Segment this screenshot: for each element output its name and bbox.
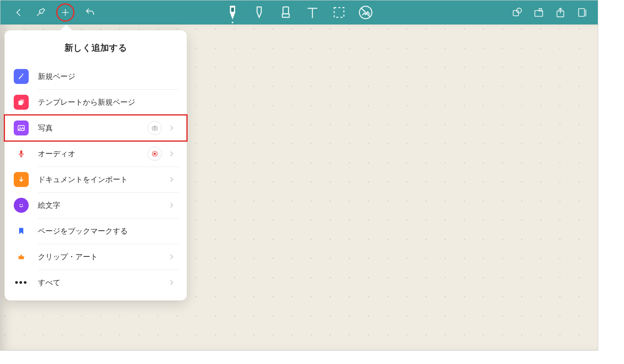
template-icon <box>14 95 29 110</box>
menu-item-label: クリップ・アート <box>38 252 168 262</box>
plus-icon[interactable] <box>60 7 70 17</box>
record-badge-icon[interactable] <box>148 147 162 161</box>
svg-line-20 <box>19 76 22 79</box>
chevron-right-icon <box>168 176 175 183</box>
svg-point-34 <box>22 204 23 205</box>
undo-icon[interactable] <box>84 7 96 18</box>
menu-item-label: ドキュメントをインポート <box>38 175 168 184</box>
menu-item-emoji[interactable]: 絵文字 <box>12 192 179 218</box>
menu-item-label: 絵文字 <box>38 200 168 210</box>
svg-point-33 <box>20 204 21 205</box>
svg-rect-6 <box>282 14 290 17</box>
add-popover: 新しく追加する 新規ページ テンプレートから新規ページ 写真 <box>5 30 187 300</box>
popover-title: 新しく追加する <box>5 30 187 64</box>
back-icon[interactable] <box>13 7 25 18</box>
microphone-icon <box>14 146 29 161</box>
ellipsis-icon: ••• <box>14 275 29 290</box>
menu-item-photo[interactable]: 写真 <box>5 115 187 141</box>
menu-item-label: 写真 <box>38 123 148 133</box>
svg-point-31 <box>154 153 156 155</box>
svg-rect-5 <box>283 7 288 14</box>
toolbar-center-group <box>224 4 374 21</box>
highlighter-tool-icon[interactable] <box>251 4 267 21</box>
bookmark-icon <box>14 224 29 239</box>
menu-item-clip-art[interactable]: クリップ・アート <box>12 244 179 270</box>
svg-rect-9 <box>334 7 344 17</box>
menu-item-audio[interactable]: オーディオ <box>12 141 179 167</box>
menu-item-label: ページをブックマークする <box>38 226 175 236</box>
menu-item-bookmark-page[interactable]: ページをブックマークする <box>12 218 179 244</box>
pages-icon[interactable] <box>576 7 588 18</box>
svg-point-24 <box>20 127 21 128</box>
pen-tool-icon[interactable] <box>224 4 241 21</box>
photo-icon <box>14 121 29 135</box>
menu-item-new-page[interactable]: 新規ページ <box>12 64 179 89</box>
menu-item-all[interactable]: ••• すべて <box>12 270 179 295</box>
toolbar <box>0 0 598 25</box>
download-icon <box>14 172 29 187</box>
svg-rect-22 <box>20 99 24 103</box>
add-button-highlight <box>56 3 74 22</box>
svg-rect-12 <box>513 10 519 16</box>
svg-rect-18 <box>579 9 584 17</box>
menu-item-new-from-template[interactable]: テンプレートから新規ページ <box>12 89 179 115</box>
chevron-right-icon <box>168 202 175 209</box>
chevron-right-icon <box>168 279 175 286</box>
menu-item-label: テンプレートから新規ページ <box>38 97 175 107</box>
chevron-right-icon <box>168 125 175 131</box>
app-frame: 新しく追加する 新規ページ テンプレートから新規ページ 写真 <box>0 0 598 351</box>
menu-item-import-document[interactable]: ドキュメントをインポート <box>12 167 179 192</box>
menu-item-label: 新規ページ <box>38 71 175 81</box>
wand-icon <box>14 69 29 84</box>
chevron-right-icon <box>168 253 175 260</box>
svg-rect-27 <box>20 150 22 155</box>
menu-item-label: オーディオ <box>38 149 148 159</box>
toolbar-right-group <box>511 7 588 18</box>
emoji-icon <box>14 198 29 213</box>
lasso-tool-icon[interactable] <box>331 4 347 21</box>
image-tool-icon[interactable] <box>357 4 374 21</box>
eraser-tool-icon[interactable] <box>277 4 294 21</box>
camera-badge-icon[interactable] <box>148 121 162 135</box>
text-tool-icon[interactable] <box>304 4 321 21</box>
wrench-icon[interactable] <box>35 7 46 18</box>
menu-item-label: すべて <box>38 278 168 288</box>
chevron-right-icon <box>168 150 175 157</box>
shape-tool-icon[interactable] <box>511 7 523 18</box>
share-icon[interactable] <box>555 7 566 18</box>
svg-point-26 <box>154 128 156 130</box>
toolbar-left-group <box>0 3 96 22</box>
svg-rect-15 <box>539 9 542 11</box>
svg-line-0 <box>37 12 41 16</box>
popover-menu-list: 新規ページ テンプレートから新規ページ 写真 <box>5 64 187 295</box>
svg-rect-4 <box>231 7 234 12</box>
bookmark-nav-icon[interactable] <box>533 7 545 18</box>
crown-icon <box>14 249 29 264</box>
